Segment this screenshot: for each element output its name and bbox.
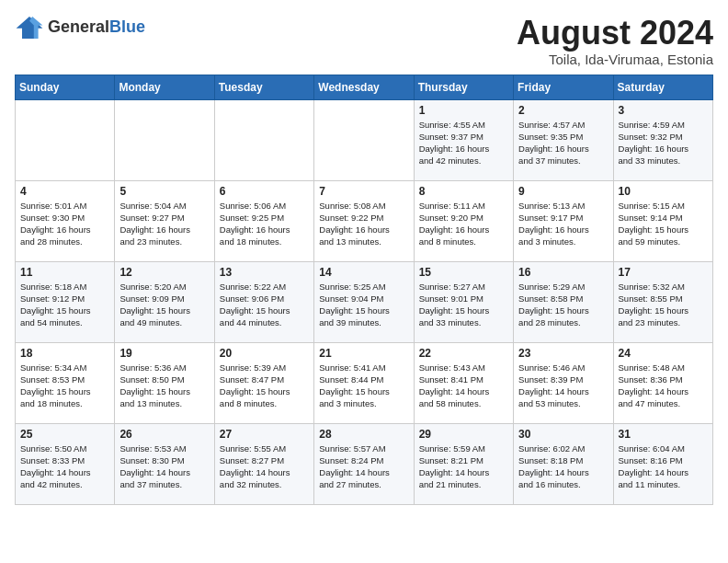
- day-number: 26: [119, 428, 209, 441]
- day-info: Sunrise: 5:57 AM Sunset: 8:24 PM Dayligh…: [319, 442, 408, 491]
- svg-marker-0: [17, 17, 43, 39]
- calendar-cell: 4Sunrise: 5:01 AM Sunset: 9:30 PM Daylig…: [16, 180, 115, 261]
- day-number: 15: [419, 266, 508, 279]
- day-info: Sunrise: 5:55 AM Sunset: 8:27 PM Dayligh…: [220, 442, 309, 491]
- calendar-cell: 3Sunrise: 4:59 AM Sunset: 9:32 PM Daylig…: [613, 99, 712, 180]
- calendar-cell: 25Sunrise: 5:50 AM Sunset: 8:33 PM Dayli…: [16, 423, 115, 504]
- day-info: Sunrise: 5:32 AM Sunset: 8:55 PM Dayligh…: [619, 281, 708, 329]
- calendar-cell: 17Sunrise: 5:32 AM Sunset: 8:55 PM Dayli…: [613, 261, 712, 342]
- day-info: Sunrise: 4:57 AM Sunset: 9:35 PM Dayligh…: [518, 119, 608, 167]
- day-number: 23: [518, 347, 608, 360]
- weekday-header-thursday: Thursday: [414, 75, 513, 99]
- weekday-header-saturday: Saturday: [613, 75, 712, 99]
- calendar-cell: [115, 99, 214, 180]
- day-info: Sunrise: 5:13 AM Sunset: 9:17 PM Dayligh…: [518, 200, 608, 248]
- logo: GeneralBlue: [15, 15, 145, 40]
- day-info: Sunrise: 4:55 AM Sunset: 9:37 PM Dayligh…: [419, 119, 508, 167]
- day-info: Sunrise: 6:04 AM Sunset: 8:16 PM Dayligh…: [619, 442, 708, 491]
- day-number: 6: [220, 185, 309, 198]
- month-year-title: August 2024: [517, 15, 713, 52]
- day-info: Sunrise: 5:39 AM Sunset: 8:47 PM Dayligh…: [220, 362, 309, 410]
- week-row-2: 4Sunrise: 5:01 AM Sunset: 9:30 PM Daylig…: [16, 180, 713, 261]
- calendar-cell: 9Sunrise: 5:13 AM Sunset: 9:17 PM Daylig…: [514, 180, 613, 261]
- weekday-header-row: SundayMondayTuesdayWednesdayThursdayFrid…: [16, 75, 713, 99]
- calendar-cell: 2Sunrise: 4:57 AM Sunset: 9:35 PM Daylig…: [514, 99, 613, 180]
- calendar-cell: 19Sunrise: 5:36 AM Sunset: 8:50 PM Dayli…: [115, 342, 214, 423]
- calendar-cell: 29Sunrise: 5:59 AM Sunset: 8:21 PM Dayli…: [414, 423, 513, 504]
- day-number: 22: [419, 347, 508, 360]
- day-number: 18: [20, 347, 109, 360]
- logo-icon: [15, 15, 44, 40]
- day-number: 20: [220, 347, 309, 360]
- day-number: 14: [319, 266, 408, 279]
- day-number: 19: [119, 347, 209, 360]
- calendar-cell: [214, 99, 313, 180]
- day-number: 21: [319, 347, 408, 360]
- day-number: 27: [220, 428, 309, 441]
- day-info: Sunrise: 5:36 AM Sunset: 8:50 PM Dayligh…: [119, 362, 209, 410]
- day-number: 16: [518, 266, 608, 279]
- day-number: 1: [419, 104, 508, 117]
- day-info: Sunrise: 5:59 AM Sunset: 8:21 PM Dayligh…: [419, 442, 508, 491]
- day-number: 28: [319, 428, 408, 441]
- day-number: 12: [119, 266, 209, 279]
- calendar-cell: 16Sunrise: 5:29 AM Sunset: 8:58 PM Dayli…: [514, 261, 613, 342]
- day-info: Sunrise: 5:06 AM Sunset: 9:25 PM Dayligh…: [220, 200, 309, 248]
- week-row-1: 1Sunrise: 4:55 AM Sunset: 9:37 PM Daylig…: [16, 99, 713, 180]
- day-info: Sunrise: 5:22 AM Sunset: 9:06 PM Dayligh…: [220, 281, 309, 329]
- calendar-cell: 1Sunrise: 4:55 AM Sunset: 9:37 PM Daylig…: [414, 99, 513, 180]
- weekday-header-sunday: Sunday: [16, 75, 115, 99]
- day-info: Sunrise: 5:11 AM Sunset: 9:20 PM Dayligh…: [419, 200, 508, 248]
- calendar-cell: 20Sunrise: 5:39 AM Sunset: 8:47 PM Dayli…: [214, 342, 313, 423]
- day-info: Sunrise: 5:25 AM Sunset: 9:04 PM Dayligh…: [319, 281, 408, 329]
- calendar-cell: 28Sunrise: 5:57 AM Sunset: 8:24 PM Dayli…: [314, 423, 414, 504]
- day-number: 4: [20, 185, 109, 198]
- calendar-cell: 24Sunrise: 5:48 AM Sunset: 8:36 PM Dayli…: [613, 342, 712, 423]
- calendar-cell: 21Sunrise: 5:41 AM Sunset: 8:44 PM Dayli…: [314, 342, 414, 423]
- day-number: 29: [419, 428, 508, 441]
- weekday-header-monday: Monday: [115, 75, 214, 99]
- day-number: 30: [518, 428, 608, 441]
- calendar-cell: 26Sunrise: 5:53 AM Sunset: 8:30 PM Dayli…: [115, 423, 214, 504]
- calendar-cell: 27Sunrise: 5:55 AM Sunset: 8:27 PM Dayli…: [214, 423, 313, 504]
- calendar-cell: 15Sunrise: 5:27 AM Sunset: 9:01 PM Dayli…: [414, 261, 513, 342]
- day-info: Sunrise: 5:50 AM Sunset: 8:33 PM Dayligh…: [20, 442, 109, 491]
- logo-general-text: General: [48, 17, 109, 36]
- day-number: 10: [619, 185, 708, 198]
- weekday-header-wednesday: Wednesday: [314, 75, 414, 99]
- calendar-table: SundayMondayTuesdayWednesdayThursdayFrid…: [15, 75, 713, 505]
- calendar-cell: 30Sunrise: 6:02 AM Sunset: 8:18 PM Dayli…: [514, 423, 613, 504]
- calendar-cell: 22Sunrise: 5:43 AM Sunset: 8:41 PM Dayli…: [414, 342, 513, 423]
- calendar-cell: 6Sunrise: 5:06 AM Sunset: 9:25 PM Daylig…: [214, 180, 313, 261]
- day-number: 13: [220, 266, 309, 279]
- day-number: 25: [20, 428, 109, 441]
- day-number: 17: [619, 266, 708, 279]
- day-number: 7: [319, 185, 408, 198]
- calendar-cell: 8Sunrise: 5:11 AM Sunset: 9:20 PM Daylig…: [414, 180, 513, 261]
- day-info: Sunrise: 5:29 AM Sunset: 8:58 PM Dayligh…: [518, 281, 608, 329]
- day-info: Sunrise: 5:01 AM Sunset: 9:30 PM Dayligh…: [20, 200, 109, 248]
- calendar-cell: [16, 99, 115, 180]
- day-info: Sunrise: 5:41 AM Sunset: 8:44 PM Dayligh…: [319, 362, 408, 410]
- day-number: 3: [619, 104, 708, 117]
- day-info: Sunrise: 5:15 AM Sunset: 9:14 PM Dayligh…: [619, 200, 708, 248]
- day-info: Sunrise: 5:46 AM Sunset: 8:39 PM Dayligh…: [518, 362, 608, 410]
- calendar-cell: 7Sunrise: 5:08 AM Sunset: 9:22 PM Daylig…: [314, 180, 414, 261]
- calendar-cell: [314, 99, 414, 180]
- day-number: 5: [119, 185, 209, 198]
- day-number: 2: [518, 104, 608, 117]
- day-number: 9: [518, 185, 608, 198]
- day-info: Sunrise: 5:08 AM Sunset: 9:22 PM Dayligh…: [319, 200, 408, 248]
- day-info: Sunrise: 5:34 AM Sunset: 8:53 PM Dayligh…: [20, 362, 109, 410]
- calendar-cell: 14Sunrise: 5:25 AM Sunset: 9:04 PM Dayli…: [314, 261, 414, 342]
- day-info: Sunrise: 5:27 AM Sunset: 9:01 PM Dayligh…: [419, 281, 508, 329]
- calendar-cell: 18Sunrise: 5:34 AM Sunset: 8:53 PM Dayli…: [16, 342, 115, 423]
- calendar-cell: 23Sunrise: 5:46 AM Sunset: 8:39 PM Dayli…: [514, 342, 613, 423]
- day-info: Sunrise: 5:18 AM Sunset: 9:12 PM Dayligh…: [20, 281, 109, 329]
- calendar-cell: 10Sunrise: 5:15 AM Sunset: 9:14 PM Dayli…: [613, 180, 712, 261]
- day-info: Sunrise: 6:02 AM Sunset: 8:18 PM Dayligh…: [518, 442, 608, 491]
- weekday-header-tuesday: Tuesday: [214, 75, 313, 99]
- day-number: 24: [619, 347, 708, 360]
- day-number: 31: [619, 428, 708, 441]
- day-info: Sunrise: 5:43 AM Sunset: 8:41 PM Dayligh…: [419, 362, 508, 410]
